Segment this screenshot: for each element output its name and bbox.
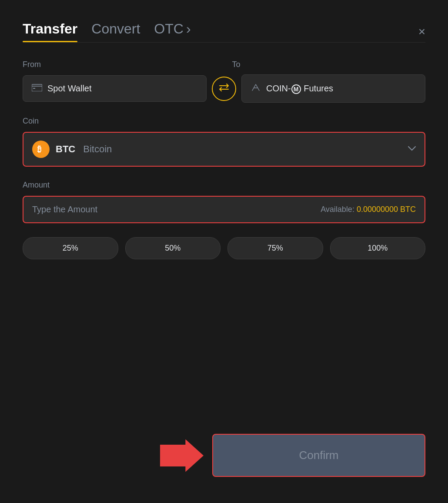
- tab-transfer[interactable]: Transfer: [23, 21, 77, 42]
- svg-rect-1: [33, 88, 35, 89]
- coin-dropdown-icon: [408, 145, 416, 153]
- amount-label: Amount: [23, 181, 425, 190]
- to-label: To: [232, 60, 425, 69]
- arrow-container: [23, 438, 212, 473]
- coin-selector[interactable]: ₿ BTC Bitcoin: [23, 132, 425, 167]
- swap-button[interactable]: [212, 77, 236, 101]
- transfer-modal: Transfer Convert OTC › × From To Sp: [0, 0, 448, 503]
- coin-section: Coin ₿ BTC Bitcoin: [23, 117, 425, 167]
- from-wallet-selector[interactable]: Spot Wallet: [23, 75, 207, 102]
- red-arrow-icon: [160, 438, 204, 473]
- to-wallet-selector[interactable]: COIN-M Futures: [241, 74, 425, 103]
- pct-100-button[interactable]: 100%: [330, 237, 426, 259]
- amount-section: Amount Available: 0.00000000 BTC: [23, 181, 425, 223]
- swap-icon: [218, 83, 230, 95]
- pct-25-button[interactable]: 25%: [23, 237, 118, 259]
- wallet-card-icon: [32, 84, 42, 94]
- from-wallet-name: Spot Wallet: [47, 84, 92, 94]
- available-label: Available:: [321, 205, 357, 214]
- close-button[interactable]: ×: [418, 26, 425, 38]
- svg-marker-3: [160, 439, 204, 472]
- coin-full-name: Bitcoin: [83, 144, 112, 155]
- confirm-button[interactable]: Confirm: [212, 434, 425, 477]
- coin-label: Coin: [23, 117, 425, 126]
- tab-otc[interactable]: OTC ›: [154, 21, 191, 42]
- amount-input[interactable]: [32, 205, 321, 215]
- from-label: From: [23, 60, 208, 69]
- otc-arrow-icon: ›: [186, 21, 191, 37]
- futures-icon: [251, 83, 261, 94]
- coin-symbol: BTC: [56, 144, 75, 155]
- header-divider: [23, 42, 425, 43]
- from-to-section: From To Spot Wallet: [23, 60, 425, 103]
- from-to-labels: From To: [23, 60, 425, 69]
- from-to-inputs: Spot Wallet COIN-M: [23, 74, 425, 103]
- pct-75-button[interactable]: 75%: [227, 237, 323, 259]
- coin-m-badge: M: [291, 84, 301, 94]
- amount-input-box: Available: 0.00000000 BTC: [23, 196, 425, 223]
- tab-convert[interactable]: Convert: [91, 21, 140, 42]
- header: Transfer Convert OTC › ×: [23, 21, 425, 42]
- pct-50-button[interactable]: 50%: [125, 237, 221, 259]
- svg-text:₿: ₿: [37, 145, 41, 154]
- btc-icon: ₿: [32, 141, 50, 158]
- percentage-buttons: 25% 50% 75% 100%: [23, 237, 425, 259]
- available-text: Available: 0.00000000 BTC: [321, 205, 416, 214]
- bottom-area: Confirm: [23, 425, 425, 477]
- available-value: 0.00000000 BTC: [357, 205, 416, 214]
- to-wallet-name: COIN-M Futures: [266, 84, 333, 94]
